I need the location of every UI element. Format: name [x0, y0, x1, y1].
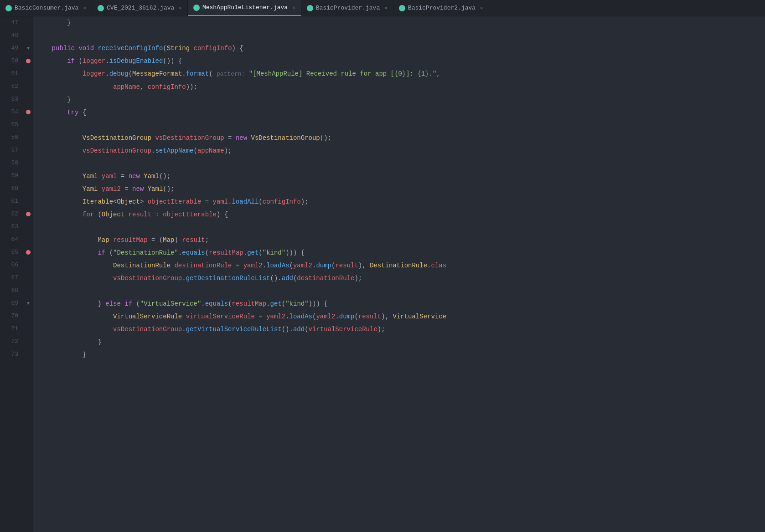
- tab-close-BasicConsumer[interactable]: ✕: [83, 5, 86, 11]
- linenum-52: 52: [0, 80, 24, 93]
- code-line-51: logger.debug(MessageFormat.format( patte…: [33, 67, 765, 81]
- linenum-58: 58: [0, 157, 24, 169]
- linenum-62: 62: [0, 208, 24, 220]
- code-line-61: Iterable<Object> objectIterable = yaml.l…: [33, 195, 765, 208]
- tab-close-MeshAppRuleListener[interactable]: ✕: [292, 5, 295, 10]
- line-56: 56: [0, 131, 33, 144]
- linenum-66: 66: [0, 259, 24, 271]
- fold-icon-49[interactable]: ▼: [27, 46, 30, 51]
- code-line-60: Yaml yaml2 = new Yaml();: [33, 183, 765, 195]
- tab-close-CVE[interactable]: ✕: [179, 5, 182, 11]
- code-text-68: [33, 285, 765, 297]
- breakpoint-50[interactable]: [26, 59, 31, 63]
- code-line-70: VirtualServiceRule virtualServiceRule = …: [33, 310, 765, 323]
- code-text-47: }: [33, 16, 765, 29]
- code-text-63: [33, 221, 765, 234]
- code-line-72: }: [33, 336, 765, 348]
- code-text-73: }: [33, 348, 765, 361]
- editor-area: 47 48 49 ▼ 50: [0, 16, 765, 532]
- breakpoint-54[interactable]: [26, 110, 31, 114]
- line-64: 64: [0, 233, 33, 246]
- code-line-59: Yaml yaml = new Yaml();: [33, 170, 765, 183]
- line-numbers: 47 48 49 ▼ 50: [0, 16, 33, 532]
- tab-label-CVE: CVE_2021_36162.java: [107, 5, 174, 11]
- code-line-58: [33, 157, 765, 170]
- code-text-49: public void receiveConfigInfo(String con…: [33, 42, 765, 55]
- code-line-67: vsDestinationGroup.getDestinationRuleLis…: [33, 272, 765, 285]
- code-line-69: } else if ("VirtualService".equals(resul…: [33, 297, 765, 310]
- tab-label-MeshAppRuleListener: MeshAppRuleListener.java: [202, 4, 288, 11]
- line-69: 69 ▼: [0, 297, 33, 310]
- editor-scroll[interactable]: 47 48 49 ▼ 50: [0, 16, 765, 532]
- gutter-49[interactable]: ▼: [24, 46, 33, 51]
- line-67: 67: [0, 271, 33, 284]
- linenum-53: 53: [0, 93, 24, 106]
- tab-label-BasicProvider2: BasicProvider2.java: [408, 5, 476, 11]
- code-text-71: vsDestinationGroup.getVirtualServiceRule…: [33, 323, 765, 336]
- code-line-68: [33, 285, 765, 297]
- linenum-63: 63: [0, 220, 24, 233]
- code-text-50: if (logger.isDebugEnabled()) {: [33, 55, 765, 67]
- line-49: 49 ▼: [0, 42, 33, 55]
- line-71: 71: [0, 322, 33, 335]
- code-text-61: Iterable<Object> objectIterable = yaml.l…: [33, 195, 765, 208]
- line-62: 62: [0, 208, 33, 220]
- gutter-62: [24, 212, 33, 216]
- code-line-66: DestinationRule destinationRule = yaml2.…: [33, 259, 765, 272]
- code-text-62: for (Object result : objectIterable) {: [33, 208, 765, 221]
- line-73: 73: [0, 348, 33, 361]
- tab-BasicProvider2[interactable]: BasicProvider2.java ✕: [393, 0, 489, 16]
- code-text-72: }: [33, 336, 765, 348]
- gutter-54: [24, 110, 33, 114]
- line-53: 53: [0, 93, 33, 106]
- linenum-47: 47: [0, 16, 24, 29]
- linenum-59: 59: [0, 169, 24, 182]
- breakpoint-62[interactable]: [26, 212, 31, 216]
- tab-close-BasicProvider2[interactable]: ✕: [480, 5, 483, 11]
- code-line-53: }: [33, 93, 765, 106]
- tab-BasicProvider[interactable]: BasicProvider.java ✕: [301, 0, 393, 16]
- line-50: 50: [0, 55, 33, 67]
- code-text-64: Map resultMap = (Map) result;: [33, 234, 765, 246]
- linenum-69: 69: [0, 297, 24, 310]
- code-text-52: appName, configInfo));: [33, 81, 765, 93]
- code-text-67: vsDestinationGroup.getDestinationRuleLis…: [33, 272, 765, 285]
- tab-icon-BasicConsumer: [5, 5, 12, 11]
- line-60: 60: [0, 182, 33, 195]
- tab-label-BasicConsumer: BasicConsumer.java: [15, 5, 78, 11]
- linenum-56: 56: [0, 131, 24, 144]
- line-68: 68: [0, 284, 33, 297]
- code-line-50: if (logger.isDebugEnabled()) {: [33, 55, 765, 67]
- tab-icon-MeshAppRuleListener: [193, 5, 200, 11]
- tab-CVE[interactable]: CVE_2021_36162.java ✕: [92, 0, 188, 16]
- line-57: 57: [0, 144, 33, 157]
- code-line-57: vsDestinationGroup.setAppName(appName);: [33, 144, 765, 157]
- code-text-53: }: [33, 93, 765, 106]
- breakpoint-65[interactable]: [26, 250, 31, 255]
- code-text-58: [33, 157, 765, 170]
- tab-MeshAppRuleListener[interactable]: MeshAppRuleListener.java ✕: [188, 0, 301, 16]
- code-line-64: Map resultMap = (Map) result;: [33, 234, 765, 246]
- code-line-47: }: [33, 16, 765, 29]
- line-55: 55: [0, 118, 33, 131]
- linenum-73: 73: [0, 348, 24, 361]
- line-48: 48: [0, 29, 33, 42]
- tab-BasicConsumer[interactable]: BasicConsumer.java ✕: [0, 0, 92, 16]
- code-text-65: if ("DestinationRule".equals(resultMap.g…: [33, 246, 765, 259]
- line-58: 58: [0, 157, 33, 169]
- tab-bar: BasicConsumer.java ✕ CVE_2021_36162.java…: [0, 0, 765, 16]
- linenum-51: 51: [0, 67, 24, 80]
- linenum-64: 64: [0, 233, 24, 246]
- code-text-57: vsDestinationGroup.setAppName(appName);: [33, 144, 765, 157]
- code-text-59: Yaml yaml = new Yaml();: [33, 170, 765, 183]
- tab-close-BasicProvider[interactable]: ✕: [384, 5, 388, 11]
- code-line-48: [33, 29, 765, 42]
- code-line-54: try {: [33, 106, 765, 119]
- code-text-66: DestinationRule destinationRule = yaml2.…: [33, 259, 765, 272]
- fold-icon-69[interactable]: ▼: [27, 301, 30, 306]
- linenum-72: 72: [0, 335, 24, 348]
- code-line-56: VsDestinationGroup vsDestinationGroup = …: [33, 132, 765, 144]
- line-61: 61: [0, 195, 33, 208]
- line-70: 70: [0, 310, 33, 322]
- linenum-61: 61: [0, 195, 24, 208]
